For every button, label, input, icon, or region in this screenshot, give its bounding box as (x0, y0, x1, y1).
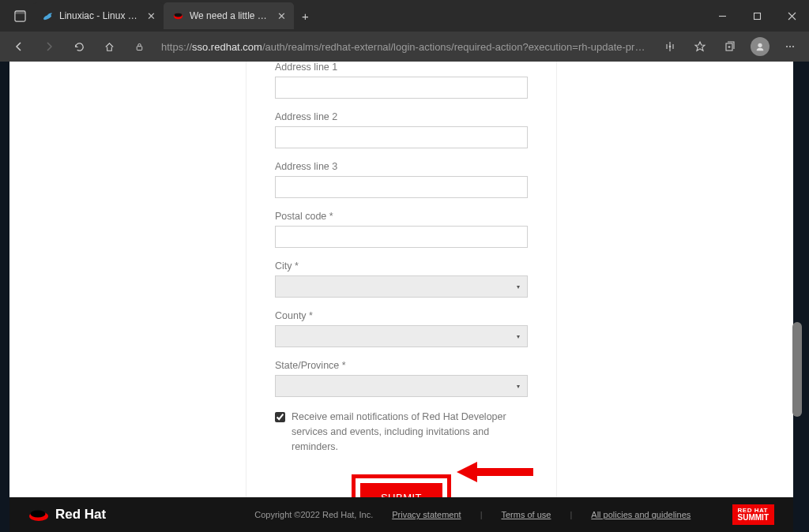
label-address3: Address line 3 (275, 161, 528, 172)
svg-rect-1 (14, 10, 24, 13)
label-state: State/Province * (275, 360, 528, 371)
favicon-bird-icon (41, 9, 54, 22)
svg-marker-17 (457, 462, 477, 482)
favorites-icon[interactable] (687, 35, 713, 58)
svg-point-9 (669, 46, 672, 48)
svg-point-15 (792, 46, 794, 47)
page-content: Address line 1 Address line 2 Address li… (9, 62, 793, 532)
tab-actions-icon[interactable] (6, 2, 33, 29)
tab-title: Linuxiac - Linux News, (59, 10, 140, 21)
label-city: City * (275, 260, 528, 272)
select-state[interactable] (275, 375, 528, 397)
select-city[interactable] (275, 275, 528, 298)
close-icon[interactable]: ✕ (276, 10, 288, 22)
svg-point-19 (31, 511, 46, 518)
field-postal: Postal code * (275, 206, 528, 248)
page-footer: Red Hat Copyright ©2022 Red Hat, Inc. Pr… (9, 497, 793, 532)
tab-active[interactable]: We need a little more i ✕ (164, 2, 294, 29)
select-county[interactable] (275, 325, 528, 347)
field-address1: Address line 1 (275, 62, 528, 99)
profile-avatar[interactable] (747, 35, 773, 58)
footer-copyright: Copyright ©2022 Red Hat, Inc. (254, 510, 373, 519)
checkbox-email-opt-in[interactable] (275, 412, 285, 422)
home-button[interactable] (96, 35, 122, 58)
input-postal[interactable] (275, 226, 528, 248)
svg-rect-5 (754, 13, 760, 19)
close-window-button[interactable] (774, 2, 809, 29)
field-address2: Address line 2 (275, 107, 528, 148)
back-button[interactable] (6, 35, 32, 58)
svg-point-13 (786, 46, 788, 47)
checkbox-label: Receive email notifications of Red Hat D… (292, 410, 528, 454)
lock-icon[interactable] (126, 35, 152, 58)
footer-link-terms[interactable]: Terms of use (501, 510, 551, 519)
svg-point-14 (789, 46, 791, 47)
footer-link-policies[interactable]: All policies and guidelines (591, 510, 690, 519)
url-field[interactable]: https://sso.redhat.com/auth/realms/redha… (156, 41, 653, 53)
summit-badge[interactable]: RED HAT SUMMIT (732, 504, 774, 526)
favicon-redhat-icon (171, 9, 184, 22)
label-address2: Address line 2 (275, 111, 528, 122)
svg-point-12 (758, 43, 762, 47)
tab-title: We need a little more i (190, 10, 270, 21)
address-bar: https://sso.redhat.com/auth/realms/redha… (0, 32, 809, 62)
label-postal: Postal code * (275, 211, 528, 222)
label-address1: Address line 1 (275, 62, 528, 73)
refresh-button[interactable] (66, 35, 92, 58)
browser-chrome: Linuxiac - Linux News, ✕ We need a littl… (0, 0, 809, 62)
label-county: County * (275, 310, 528, 321)
tab-bar: Linuxiac - Linux News, ✕ We need a littl… (0, 0, 809, 32)
field-city: City * ▾ (275, 256, 528, 298)
close-icon[interactable]: ✕ (145, 10, 157, 22)
input-address3[interactable] (275, 176, 528, 198)
scrollbar-thumb[interactable] (792, 322, 802, 417)
page-viewport: Address line 1 Address line 2 Address li… (0, 62, 809, 532)
field-address3: Address line 3 (275, 156, 528, 198)
new-tab-button[interactable]: + (294, 9, 317, 23)
input-address1[interactable] (275, 77, 528, 99)
window-controls (705, 2, 809, 29)
svg-point-3 (174, 13, 182, 17)
footer-link-privacy[interactable]: Privacy statement (392, 510, 461, 519)
field-county: County * ▾ (275, 305, 528, 347)
svg-rect-8 (137, 46, 142, 50)
tracking-icon[interactable] (657, 35, 683, 58)
forward-button[interactable] (36, 35, 62, 58)
maximize-button[interactable] (739, 2, 774, 29)
field-state: State/Province * ▾ (275, 355, 528, 397)
redhat-icon (28, 507, 49, 523)
menu-button[interactable] (777, 35, 803, 58)
redhat-logo: Red Hat (28, 507, 106, 523)
email-opt-in: Receive email notifications of Red Hat D… (275, 410, 528, 454)
minimize-button[interactable] (705, 2, 739, 29)
collections-icon[interactable] (717, 35, 743, 58)
arrow-annotation-icon (450, 456, 537, 488)
input-address2[interactable] (275, 126, 528, 148)
tab-inactive[interactable]: Linuxiac - Linux News, ✕ (33, 2, 164, 29)
